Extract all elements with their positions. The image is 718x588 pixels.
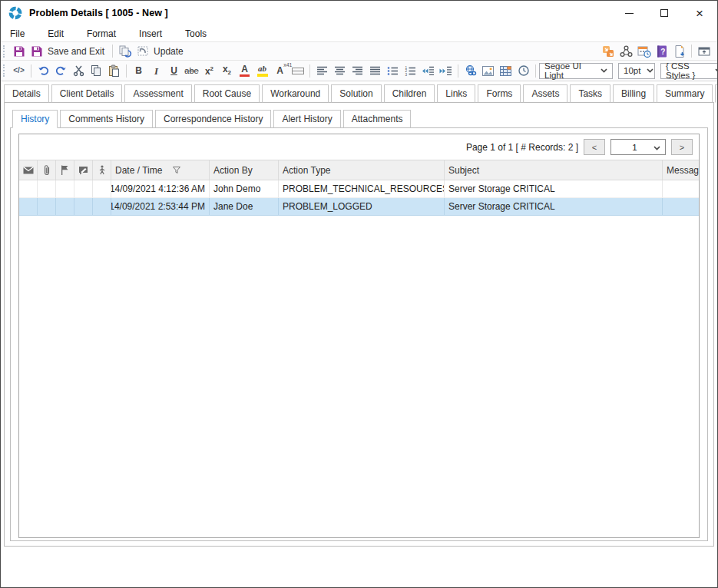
subscript-button[interactable]: x2 (218, 62, 236, 79)
subtab-comments-history[interactable]: Comments History (60, 110, 153, 128)
table-row[interactable]: 14/09/2021 4:12:36 AM John Demo PROBLEM_… (19, 180, 699, 198)
copy-button[interactable] (88, 62, 105, 79)
superscript-button[interactable]: x2 (200, 62, 218, 79)
font-size-value: 10pt (624, 66, 640, 75)
chevron-down-icon (594, 68, 607, 73)
highlight-color-button[interactable]: ab (253, 62, 271, 79)
tab-forms[interactable]: Forms (478, 84, 521, 103)
code-view-button[interactable]: </> (10, 62, 28, 79)
minimize-button[interactable] (611, 1, 647, 25)
insert-table-button[interactable] (497, 62, 515, 79)
menu-file[interactable]: File (10, 28, 25, 39)
subtab-alert-history[interactable]: Alert History (273, 110, 340, 128)
mail-column-header[interactable] (19, 160, 38, 180)
subject-cell: Server Storage CRITICAL (445, 180, 663, 198)
share-button[interactable] (617, 43, 635, 60)
tab-solution[interactable]: Solution (331, 84, 381, 103)
tab-workaround[interactable]: Workaround (262, 84, 329, 103)
bold-button[interactable]: B (130, 62, 147, 79)
tab-summary[interactable]: Summary (657, 84, 713, 103)
person-cell (93, 180, 111, 198)
filter-icon[interactable] (173, 167, 180, 173)
next-page-button[interactable]: > (671, 139, 693, 155)
align-left-button[interactable] (313, 62, 331, 79)
transfer-button[interactable] (600, 43, 617, 60)
tab-tasks[interactable]: Tasks (570, 84, 610, 103)
save-and-exit-button[interactable] (28, 43, 45, 60)
previous-page-button[interactable]: < (584, 139, 605, 155)
page-number-select[interactable]: 1 (610, 139, 666, 155)
column-header-message[interactable]: Message (663, 160, 699, 180)
align-right-button[interactable] (349, 62, 366, 79)
maximize-button[interactable] (647, 1, 682, 25)
tab-details[interactable]: Details (4, 84, 49, 103)
maximize-icon (660, 9, 668, 17)
indent-button[interactable] (437, 62, 455, 79)
italic-button[interactable]: I (147, 62, 165, 79)
bullet-list-button[interactable] (384, 62, 402, 79)
toolbar-separator (31, 64, 31, 78)
tab-history[interactable]: History (715, 84, 718, 103)
insert-image-button[interactable] (479, 62, 497, 79)
refresh-copy-button[interactable] (116, 43, 134, 60)
paste-button[interactable] (105, 62, 123, 79)
update-label[interactable]: Update (154, 46, 184, 57)
table-row-selected[interactable]: 14/09/2021 2:53:44 PM Jane Doe PROBLEM_L… (19, 198, 699, 216)
export-document-button[interactable] (670, 43, 688, 60)
attachment-column-header[interactable] (38, 160, 56, 180)
update-button[interactable] (134, 43, 151, 60)
bullet-list-icon (387, 66, 399, 76)
tab-children[interactable]: Children (384, 84, 435, 103)
person-column-header[interactable] (93, 160, 111, 180)
hyperlink-button[interactable] (462, 62, 479, 79)
align-center-button[interactable] (331, 62, 349, 79)
justify-button[interactable] (366, 62, 384, 79)
subtab-correspondence-history[interactable]: Correspondence History (155, 110, 271, 128)
subtab-history[interactable]: History (12, 110, 58, 128)
css-styles-dropdown[interactable]: { CSS Styles } (660, 63, 718, 79)
close-button[interactable]: × (682, 1, 717, 25)
save-button[interactable] (10, 43, 28, 60)
edit-comment-column-header[interactable] (74, 160, 93, 180)
save-and-exit-label[interactable]: Save and Exit (48, 46, 104, 57)
undo-button[interactable] (35, 62, 52, 79)
column-header-date-time[interactable]: Date / Time (111, 160, 210, 180)
column-header-subject[interactable]: Subject (445, 160, 663, 180)
menu-insert[interactable]: Insert (139, 28, 162, 39)
toolbar-grip[interactable] (3, 64, 7, 77)
strikethrough-button[interactable]: abe (183, 62, 200, 79)
insert-time-button[interactable] (515, 62, 532, 79)
menu-tools[interactable]: Tools (185, 28, 207, 39)
tab-assets[interactable]: Assets (523, 84, 567, 103)
toolbar-grip[interactable] (3, 45, 7, 58)
tab-assessment[interactable]: Assessment (124, 84, 191, 103)
dock-panel-button[interactable] (695, 43, 713, 60)
help-button[interactable]: ? (653, 43, 670, 60)
date-time-cell: 14/09/2021 2:53:44 PM (111, 198, 210, 216)
column-header-action-type[interactable]: Action Type (279, 160, 445, 180)
window-controls: × (611, 1, 717, 25)
calendar-clock-button[interactable] (635, 43, 653, 60)
redo-button[interactable] (52, 62, 70, 79)
font-name-dropdown[interactable]: Segoe UI Light (539, 63, 613, 79)
character-code-button[interactable]: Ax41 (271, 62, 289, 79)
font-size-dropdown[interactable]: 10pt (618, 63, 655, 79)
tab-billing[interactable]: Billing (613, 84, 654, 103)
underline-button[interactable]: U (165, 62, 183, 79)
font-color-button[interactable]: A (236, 62, 253, 79)
menu-edit[interactable]: Edit (48, 28, 64, 39)
flag-column-header[interactable] (56, 160, 74, 180)
tab-links[interactable]: Links (437, 84, 475, 103)
numbered-list-button[interactable]: 1 2 3 (402, 62, 419, 79)
clock-icon (518, 64, 530, 77)
toolbar-separator (112, 45, 113, 58)
code-view-icon: </> (13, 67, 24, 74)
column-header-action-by[interactable]: Action By (210, 160, 279, 180)
tab-client-details[interactable]: Client Details (51, 84, 123, 103)
paperclip-icon (44, 165, 50, 176)
subtab-attachments[interactable]: Attachments (343, 110, 412, 128)
menu-format[interactable]: Format (87, 28, 116, 39)
cut-button[interactable] (70, 62, 88, 79)
outdent-button[interactable] (419, 62, 437, 79)
tab-root-cause[interactable]: Root Cause (194, 84, 260, 103)
